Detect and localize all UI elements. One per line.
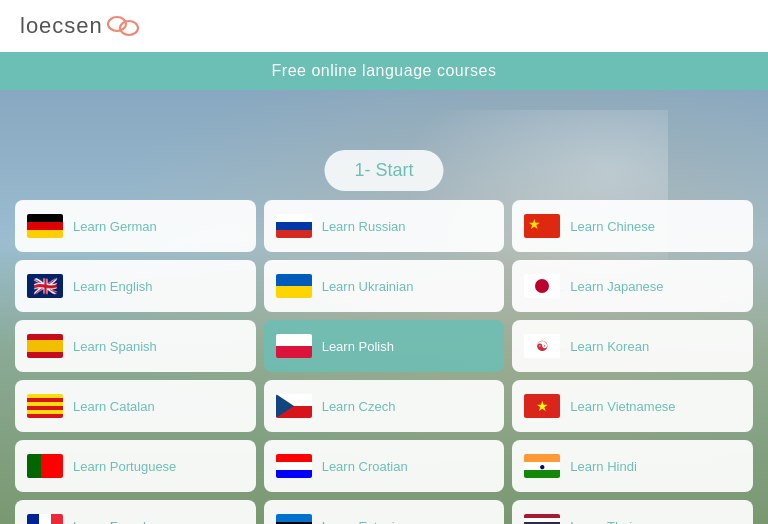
flag-es	[27, 334, 63, 358]
flag-gb	[27, 274, 63, 298]
header: loecsen	[0, 0, 768, 52]
course-label-et: Learn Estonian	[322, 519, 409, 525]
course-label-pl: Learn Polish	[322, 339, 394, 354]
course-cz[interactable]: Learn Czech	[264, 380, 505, 432]
flag-in	[524, 454, 560, 478]
flag-hr	[276, 454, 312, 478]
flag-cn	[524, 214, 560, 238]
start-label: 1- Start	[324, 150, 443, 191]
course-jp[interactable]: Learn Japanese	[512, 260, 753, 312]
flag-vn	[524, 394, 560, 418]
flag-cz	[276, 394, 312, 418]
courses-grid: Learn GermanLearn RussianLearn ChineseLe…	[15, 200, 753, 524]
course-ru[interactable]: Learn Russian	[264, 200, 505, 252]
flag-fr	[27, 514, 63, 524]
svg-point-1	[120, 21, 138, 35]
flag-ru	[276, 214, 312, 238]
main-content: 1- Start Learn GermanLearn RussianLearn …	[0, 90, 768, 524]
course-label-gb: Learn English	[73, 279, 153, 294]
course-th[interactable]: Learn Thai	[512, 500, 753, 524]
course-in[interactable]: Learn Hindi	[512, 440, 753, 492]
course-label-pt: Learn Portuguese	[73, 459, 176, 474]
course-label-th: Learn Thai	[570, 519, 632, 525]
course-label-jp: Learn Japanese	[570, 279, 663, 294]
flag-pt	[27, 454, 63, 478]
course-pl[interactable]: Learn Polish	[264, 320, 505, 372]
course-label-ru: Learn Russian	[322, 219, 406, 234]
course-label-es: Learn Spanish	[73, 339, 157, 354]
course-label-ua: Learn Ukrainian	[322, 279, 414, 294]
flag-th	[524, 514, 560, 524]
course-ca[interactable]: Learn Catalan	[15, 380, 256, 432]
course-vn[interactable]: Learn Vietnamese	[512, 380, 753, 432]
flag-ca	[27, 394, 63, 418]
logo-text: loecsen	[20, 13, 103, 39]
flag-pl	[276, 334, 312, 358]
course-es[interactable]: Learn Spanish	[15, 320, 256, 372]
svg-point-0	[108, 17, 126, 31]
logo: loecsen	[20, 13, 139, 39]
course-ua[interactable]: Learn Ukrainian	[264, 260, 505, 312]
flag-ua	[276, 274, 312, 298]
course-label-vn: Learn Vietnamese	[570, 399, 675, 414]
course-de[interactable]: Learn German	[15, 200, 256, 252]
course-label-de: Learn German	[73, 219, 157, 234]
flag-de	[27, 214, 63, 238]
course-label-in: Learn Hindi	[570, 459, 637, 474]
course-kr[interactable]: Learn Korean	[512, 320, 753, 372]
banner: Free online language courses	[0, 52, 768, 90]
flag-jp	[524, 274, 560, 298]
logo-icon	[107, 15, 139, 37]
course-pt[interactable]: Learn Portuguese	[15, 440, 256, 492]
flag-kr	[524, 334, 560, 358]
flag-et	[276, 514, 312, 524]
course-label-cz: Learn Czech	[322, 399, 396, 414]
course-label-fr: Learn French	[73, 519, 150, 525]
course-fr[interactable]: Learn French	[15, 500, 256, 524]
course-cn[interactable]: Learn Chinese	[512, 200, 753, 252]
course-label-hr: Learn Croatian	[322, 459, 408, 474]
course-hr[interactable]: Learn Croatian	[264, 440, 505, 492]
banner-text: Free online language courses	[272, 62, 497, 80]
course-label-cn: Learn Chinese	[570, 219, 655, 234]
course-label-ca: Learn Catalan	[73, 399, 155, 414]
course-gb[interactable]: Learn English	[15, 260, 256, 312]
course-et[interactable]: Learn Estonian	[264, 500, 505, 524]
course-label-kr: Learn Korean	[570, 339, 649, 354]
